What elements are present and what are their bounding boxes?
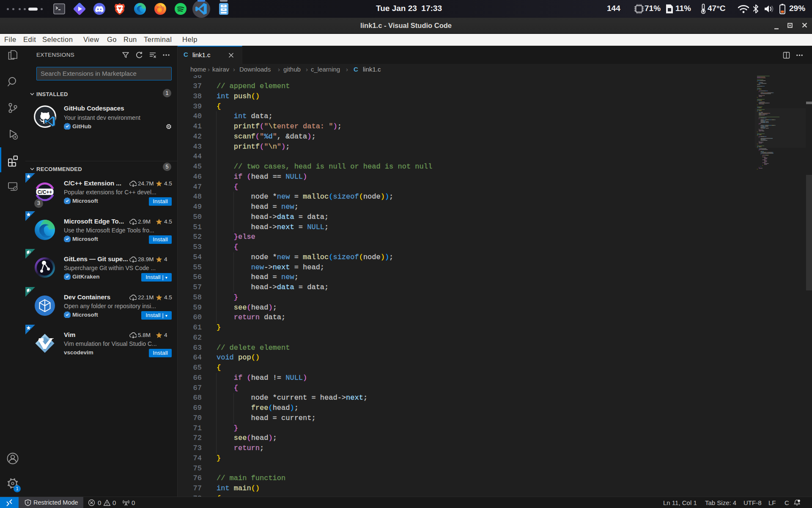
svg-text:C/C++: C/C++ bbox=[38, 189, 52, 195]
